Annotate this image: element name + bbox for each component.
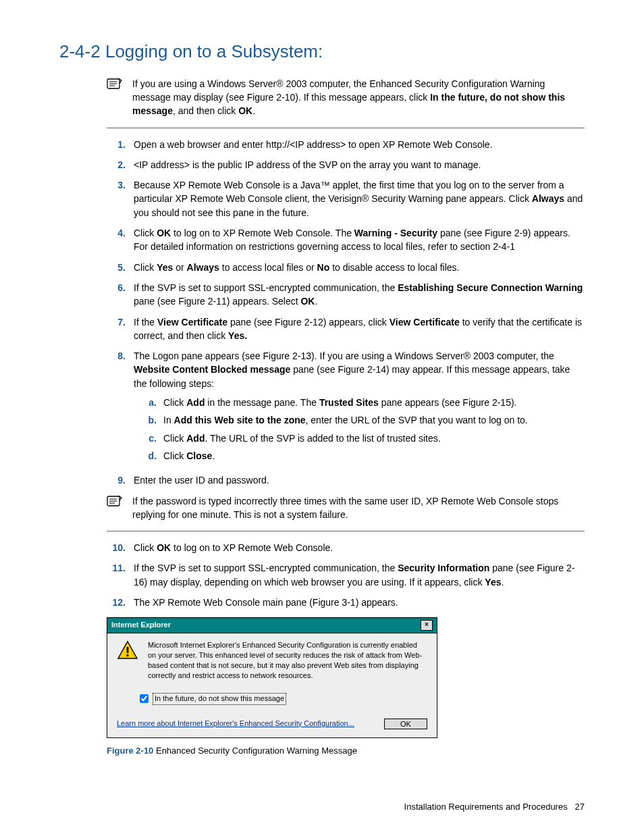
step-number: 2.	[107, 158, 126, 172]
step-item: 1.Open a web browser and enter http://<I…	[107, 138, 585, 151]
step-number: 3.	[107, 178, 126, 219]
step-number: 9.	[107, 473, 126, 487]
step-item: 7.If the View Certificate pane (see Figu…	[107, 315, 585, 343]
step-body: If the SVP is set to support SSL-encrypt…	[134, 561, 585, 589]
dialog-title: Internet Explorer	[111, 620, 171, 631]
warning-icon	[117, 640, 138, 680]
step-number: 8.	[107, 349, 126, 467]
svg-rect-8	[127, 647, 129, 653]
step-item: 12.The XP Remote Web Console main pane (…	[107, 596, 585, 609]
step-number: 7.	[107, 315, 126, 343]
ordered-steps-2: 10.Click OK to log on to XP Remote Web C…	[107, 541, 585, 609]
step-body: The XP Remote Web Console main pane (Fig…	[134, 596, 585, 609]
note-icon	[107, 77, 124, 118]
dialog-screenshot: Internet Explorer × Microsoft Internet E…	[107, 617, 437, 737]
sub-step-item: c.Click Add. The URL of the SVP is added…	[134, 432, 585, 445]
figure-caption: Figure 2-10 Enhanced Security Configurat…	[107, 745, 585, 758]
page-footer: Installation Requirements and Procedures…	[404, 801, 585, 814]
sub-step-body: In Add this Web site to the zone, enter …	[163, 413, 585, 427]
step-item: 5.Click Yes or Always to access local fi…	[107, 261, 585, 274]
step-item: 3.Because XP Remote Web Console is a Jav…	[107, 178, 585, 219]
sub-step-body: Click Add in the message pane. The Trust…	[163, 396, 585, 409]
page-number: 27	[575, 802, 585, 812]
note-text: If the password is typed incorrectly thr…	[132, 494, 585, 522]
sub-step-body: Click Add. The URL of the SVP is added t…	[163, 432, 585, 445]
step-number: 4.	[107, 226, 126, 254]
sub-step-number: d.	[142, 449, 157, 463]
step-body: <IP address> is the public IP address of…	[134, 158, 585, 172]
ok-button[interactable]: OK	[384, 719, 427, 729]
close-icon[interactable]: ×	[421, 620, 433, 631]
step-body: Click Yes or Always to access local file…	[134, 261, 585, 274]
dialog-message: Microsoft Internet Explorer's Enhanced S…	[148, 640, 427, 680]
step-number: 10.	[107, 541, 126, 554]
step-number: 5.	[107, 261, 126, 274]
step-body: Enter the user ID and password.	[134, 473, 585, 487]
figure-number: Figure 2-10	[107, 746, 153, 756]
step-number: 6.	[107, 281, 126, 309]
learn-more-link[interactable]: Learn more about Internet Explorer's Enh…	[117, 719, 354, 729]
document-page: 2-4-2 Logging on to a Subsystem: If you …	[0, 0, 644, 834]
sub-step-item: b.In Add this Web site to the zone, ente…	[134, 413, 585, 427]
step-item: 9.Enter the user ID and password.	[107, 473, 585, 487]
sub-step-item: a.Click Add in the message pane. The Tru…	[134, 396, 585, 409]
step-body: Open a web browser and enter http://<IP …	[134, 138, 585, 151]
step-item: 2.<IP address> is the public IP address …	[107, 158, 585, 172]
sub-step-item: d.Click Close.	[134, 449, 585, 463]
step-number: 12.	[107, 596, 126, 609]
ie-warning-dialog: Internet Explorer × Microsoft Internet E…	[107, 617, 437, 737]
section-heading: 2-4-2 Logging on to a Subsystem:	[59, 39, 585, 65]
sub-step-number: a.	[142, 396, 157, 409]
sub-step-number: c.	[142, 432, 157, 445]
step-number: 11.	[107, 561, 126, 589]
step-body: If the View Certificate pane (see Figure…	[134, 315, 585, 343]
note-icon	[107, 494, 124, 522]
step-item: 8.The Logon pane appears (see Figure 2-1…	[107, 349, 585, 467]
note-block-1: If you are using a Windows Server® 2003 …	[107, 77, 585, 118]
svg-rect-9	[127, 654, 129, 656]
sub-steps: a.Click Add in the message pane. The Tru…	[134, 396, 585, 463]
step-item: 4.Click OK to log on to XP Remote Web Co…	[107, 226, 585, 254]
footer-text: Installation Requirements and Procedures	[404, 802, 568, 812]
step-number: 1.	[107, 138, 126, 151]
sub-step-number: b.	[142, 413, 157, 427]
divider	[107, 128, 585, 128]
step-body: Because XP Remote Web Console is a Java™…	[134, 178, 585, 219]
step-body: Click OK to log on to XP Remote Web Cons…	[134, 226, 585, 254]
figure-caption-text: Enhanced Security Configuration Warning …	[153, 746, 357, 756]
sub-step-body: Click Close.	[163, 449, 585, 463]
step-item: 11.If the SVP is set to support SSL-encr…	[107, 561, 585, 589]
suppress-checkbox[interactable]	[140, 694, 149, 703]
divider	[107, 531, 585, 531]
checkbox-row[interactable]: In the future, do not show this message	[140, 693, 427, 705]
dialog-titlebar: Internet Explorer ×	[107, 618, 437, 633]
ordered-steps-1: 1.Open a web browser and enter http://<I…	[107, 138, 585, 488]
note-text: If you are using a Windows Server® 2003 …	[132, 77, 585, 118]
step-body: Click OK to log on to XP Remote Web Cons…	[134, 541, 585, 554]
step-item: 6.If the SVP is set to support SSL-encry…	[107, 281, 585, 309]
step-body: If the SVP is set to support SSL-encrypt…	[134, 281, 585, 309]
step-item: 10.Click OK to log on to XP Remote Web C…	[107, 541, 585, 554]
checkbox-label: In the future, do not show this message	[153, 693, 286, 705]
step-body: The Logon pane appears (see Figure 2-13)…	[134, 349, 585, 467]
note-block-2: If the password is typed incorrectly thr…	[107, 494, 585, 522]
